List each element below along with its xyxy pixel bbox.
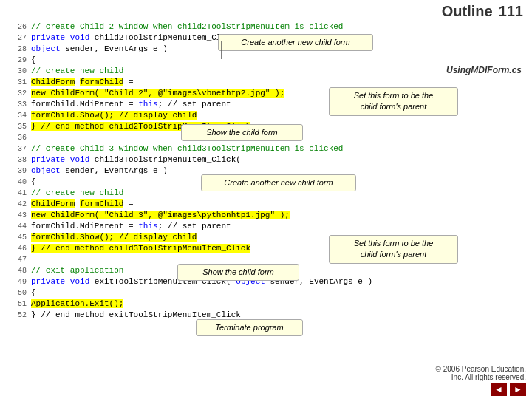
code-line: 50{ (7, 287, 532, 299)
line-number: 29 (7, 55, 27, 66)
line-content: // create Child 2 window when child2Tool… (31, 21, 532, 33)
callout-set-parent-1-text: Set this form to be thechild form's pare… (354, 91, 434, 111)
arrow-1 (214, 41, 229, 63)
line-content: { (31, 55, 532, 66)
line-number: 43 (7, 210, 27, 221)
line-content: ChildForm formChild = (31, 77, 532, 88)
file-label: UsingMDIForm.cs (446, 65, 522, 75)
line-number: 45 (7, 232, 27, 243)
code-line: 37// create Child 3 window when child3To… (7, 143, 532, 154)
outline-label: Outline (442, 3, 493, 20)
nav-back-icon: ◄ (494, 384, 503, 395)
nav-forward-icon: ► (514, 384, 522, 395)
line-content: private void child3ToolStripMenuItem_Cli… (31, 154, 532, 166)
line-number: 47 (7, 254, 27, 265)
line-number: 50 (7, 287, 27, 299)
callout-set-parent-2-text: Set this form to be thechild form's pare… (354, 239, 434, 259)
code-line: 42 ChildForm formChild = (7, 199, 532, 210)
line-number: 49 (7, 276, 27, 287)
code-line: 26// create Child 2 window when child2To… (7, 21, 532, 33)
line-number: 26 (7, 21, 27, 33)
line-number: 40 (7, 177, 27, 188)
line-number: 36 (7, 132, 27, 143)
nav-buttons[interactable]: ◄ ► (491, 383, 526, 396)
line-number: 31 (7, 77, 27, 88)
line-content: new ChildForm( "Child 3", @"images\pytho… (31, 210, 532, 221)
line-number: 30 (7, 66, 27, 77)
line-content: Application.Exit(); (31, 299, 532, 310)
callout-terminate: Terminate program (196, 319, 303, 336)
line-number: 28 (7, 44, 27, 55)
line-number: 46 (7, 243, 27, 254)
code-line: 31 ChildForm formChild = (7, 77, 532, 88)
line-number: 35 (7, 121, 27, 132)
code-line: 29{ (7, 55, 532, 66)
line-number: 27 (7, 33, 27, 44)
code-line: 44 formChild.MdiParent = this; // set pa… (7, 221, 532, 232)
line-content: { (31, 287, 532, 299)
callout-set-parent-1: Set this form to be thechild form's pare… (329, 87, 458, 116)
callout-create-child-1: Create another new child form (218, 34, 373, 51)
callout-set-parent-2: Set this form to be thechild form's pare… (329, 235, 458, 264)
code-line: 51 Application.Exit(); (7, 299, 532, 310)
copyright-text: © 2006 Pearson Education,Inc. All rights… (436, 365, 526, 381)
top-bar: Outline 111 (0, 0, 532, 21)
line-number: 34 (7, 110, 27, 121)
line-number: 48 (7, 265, 27, 276)
nav-back-button[interactable]: ◄ (491, 383, 507, 396)
line-content: // create Child 3 window when child3Tool… (31, 143, 532, 154)
callout-show-1: Show the child form (181, 124, 303, 141)
code-line: 38private void child3ToolStripMenuItem_C… (7, 154, 532, 166)
line-number: 32 (7, 88, 27, 99)
line-content: ChildForm formChild = (31, 199, 532, 210)
nav-forward-button[interactable]: ► (510, 383, 526, 396)
line-number: 44 (7, 221, 27, 232)
line-content: formChild.MdiParent = this; // set paren… (31, 221, 532, 232)
bottom-bar: © 2006 Pearson Education,Inc. All rights… (436, 365, 526, 396)
line-number: 37 (7, 143, 27, 154)
callout-create-child-2: Create another new child form (201, 174, 356, 191)
line-number: 52 (7, 310, 27, 321)
line-number: 41 (7, 188, 27, 199)
page-number: 111 (499, 3, 523, 20)
line-number: 38 (7, 154, 27, 166)
line-number: 51 (7, 299, 27, 310)
code-line: 43 new ChildForm( "Child 3", @"images\py… (7, 210, 532, 221)
page: Outline 111 26// create Child 2 window w… (0, 0, 532, 399)
line-number: 39 (7, 166, 27, 177)
line-number: 42 (7, 199, 27, 210)
callout-show-2: Show the child form (177, 264, 299, 281)
line-number: 33 (7, 99, 27, 110)
